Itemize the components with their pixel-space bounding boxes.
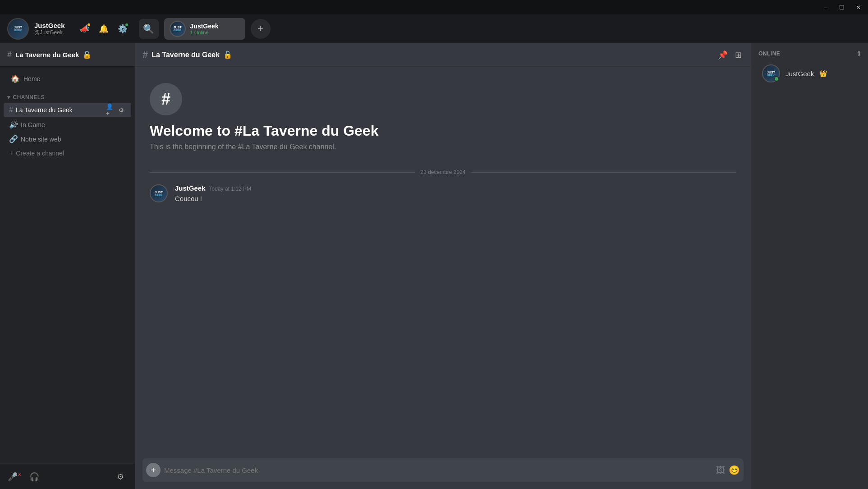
add-server-button[interactable]: +: [251, 19, 271, 39]
home-label: Home: [23, 75, 40, 82]
user-name: JustGeek: [34, 22, 65, 29]
logo-line1: JUST: [14, 26, 22, 29]
add-member-icon[interactable]: 👤+: [106, 105, 115, 114]
megaphone-icon[interactable]: 📣: [78, 22, 92, 36]
image-icon[interactable]: 🖼: [716, 465, 725, 475]
member-avatar-justgeek: JUST GEEK: [762, 64, 780, 82]
chat-area: # La Taverne du Geek 🔓 📌 ⊞ # Welcome to …: [135, 43, 751, 489]
mute-button[interactable]: 🎤✕: [7, 470, 22, 484]
member-crown-badge: 👑: [819, 70, 827, 77]
top-bar: JUST GEEK JustGeek @JustGeek 📣 🔔 ⚙️ 🔍 JU…: [0, 14, 868, 43]
sidebar-item-in-game[interactable]: 🔊 In Game: [4, 118, 131, 132]
sidebar-channel-hash: #: [7, 50, 12, 59]
input-add-button[interactable]: +: [146, 463, 161, 477]
chat-header-right: 📌 ⊞: [716, 48, 744, 62]
welcome-section: # Welcome to #La Taverne du Geek This is…: [135, 74, 751, 162]
message-header: JustGeek Today at 1:12 PM: [175, 184, 736, 192]
server-tab[interactable]: JUST GEEK JustGeek 1 Online: [164, 18, 245, 40]
text-channel-icon: #: [9, 106, 13, 114]
message-avatar[interactable]: JUST GEEK: [150, 184, 168, 202]
server-tab-info: JustGeek 1 Online: [190, 23, 219, 35]
sidebar-channel-title: La Taverne du Geek: [15, 51, 79, 59]
user-info: JustGeek @JustGeek: [34, 22, 65, 36]
welcome-description: This is the beginning of the #La Taverne…: [150, 143, 736, 151]
welcome-title: Welcome to #La Taverne du Geek: [150, 123, 736, 139]
member-item-justgeek[interactable]: JUST GEEK JustGeek 👑: [755, 61, 864, 86]
settings-icon[interactable]: ⚙️: [115, 22, 130, 36]
online-count: 1: [858, 50, 861, 57]
minimize-button[interactable]: –: [819, 3, 832, 12]
channel-name-site: Notre site web: [21, 136, 61, 143]
settings-badge: [124, 23, 129, 27]
create-channel-label: Create a channel: [16, 150, 64, 157]
logo-line2: GEEK: [14, 29, 22, 32]
sidebar-item-notre-site[interactable]: 🔗 Notre site web: [4, 132, 131, 146]
channel-settings-icon[interactable]: ⚙: [117, 105, 126, 114]
channel-actions: 👤+ ⚙: [106, 105, 126, 114]
message-input-box: + 🖼 😊: [142, 458, 744, 482]
notification-icon[interactable]: 🔔: [96, 22, 111, 36]
channels-label: CHANNELS: [13, 94, 45, 101]
server-name: JustGeek: [190, 23, 219, 30]
message-time: Today at 1:12 PM: [209, 186, 251, 192]
emoji-icon[interactable]: 😊: [729, 465, 740, 475]
channel-name-ingame: In Game: [21, 121, 45, 128]
megaphone-badge: [87, 23, 91, 27]
date-line-left: [150, 172, 415, 173]
user-handle: @JustGeek: [34, 29, 65, 36]
chat-channel-title: La Taverne du Geek: [152, 51, 220, 59]
sidebar: # La Taverne du Geek 🔓 🏠 Home ▾ CHANNELS…: [0, 43, 135, 489]
message-author[interactable]: JustGeek: [175, 184, 206, 192]
date-text: 23 décembre 2024: [420, 169, 465, 175]
chat-lock-icon: 🔓: [223, 50, 232, 59]
messages-area[interactable]: # Welcome to #La Taverne du Geek This is…: [135, 67, 751, 458]
date-separator: 23 décembre 2024: [135, 162, 751, 183]
pin-icon[interactable]: 📌: [716, 48, 730, 62]
channels-section-header[interactable]: ▾ CHANNELS: [0, 87, 135, 102]
member-name-justgeek: JustGeek: [785, 70, 814, 78]
members-section-header: Online 1: [751, 43, 868, 60]
online-status-dot: [774, 76, 779, 82]
search-button[interactable]: 🔍: [139, 19, 159, 39]
message-content: JustGeek Today at 1:12 PM Coucou !: [175, 184, 736, 203]
app-logo[interactable]: JUST GEEK: [7, 18, 29, 40]
home-icon: 🏠: [11, 74, 20, 83]
link-channel-icon: 🔗: [9, 135, 18, 143]
sidebar-item-la-taverne[interactable]: # La Taverne du Geek 👤+ ⚙: [4, 103, 131, 117]
headset-button[interactable]: 🎧: [27, 470, 41, 484]
sidebar-footer: 🎤✕ 🎧 ⚙: [0, 464, 135, 489]
message-item: JUST GEEK JustGeek Today at 1:12 PM Couc…: [135, 183, 751, 205]
user-settings-button[interactable]: ⚙: [113, 470, 128, 484]
online-label: Online: [758, 50, 780, 57]
message-input[interactable]: [164, 466, 712, 474]
date-line-right: [471, 172, 736, 173]
server-avatar: JUST GEEK: [170, 21, 186, 37]
members-panel: Online 1 JUST GEEK JustGeek 👑: [751, 43, 868, 489]
sidebar-lock-icon: 🔓: [83, 50, 92, 59]
server-online: 1 Online: [190, 30, 219, 35]
sidebar-nav: 🏠 Home ▾ CHANNELS # La Taverne du Geek 👤…: [0, 67, 135, 464]
input-area: + 🖼 😊: [135, 458, 751, 489]
close-button[interactable]: ✕: [852, 3, 864, 12]
layout-icon[interactable]: ⊞: [733, 48, 744, 62]
chat-header: # La Taverne du Geek 🔓 📌 ⊞: [135, 43, 751, 67]
sidebar-channel-header: # La Taverne du Geek 🔓: [0, 43, 135, 67]
chat-hash-icon: #: [142, 49, 148, 61]
chevron-down-icon: ▾: [7, 94, 10, 101]
maximize-button[interactable]: ☐: [836, 3, 848, 12]
voice-channel-icon: 🔊: [9, 120, 18, 129]
title-bar: – ☐ ✕: [0, 0, 868, 14]
sidebar-item-home[interactable]: 🏠 Home: [4, 71, 131, 87]
channel-name-taverne: La Taverne du Geek: [16, 106, 73, 114]
main-layout: # La Taverne du Geek 🔓 🏠 Home ▾ CHANNELS…: [0, 43, 868, 489]
plus-icon: +: [9, 149, 13, 157]
top-bar-icons: 📣 🔔 ⚙️: [78, 22, 130, 36]
create-channel-button[interactable]: + Create a channel: [4, 146, 131, 160]
input-right-icons: 🖼 😊: [716, 465, 740, 475]
welcome-icon: #: [150, 83, 182, 115]
message-text: Coucou !: [175, 194, 736, 203]
